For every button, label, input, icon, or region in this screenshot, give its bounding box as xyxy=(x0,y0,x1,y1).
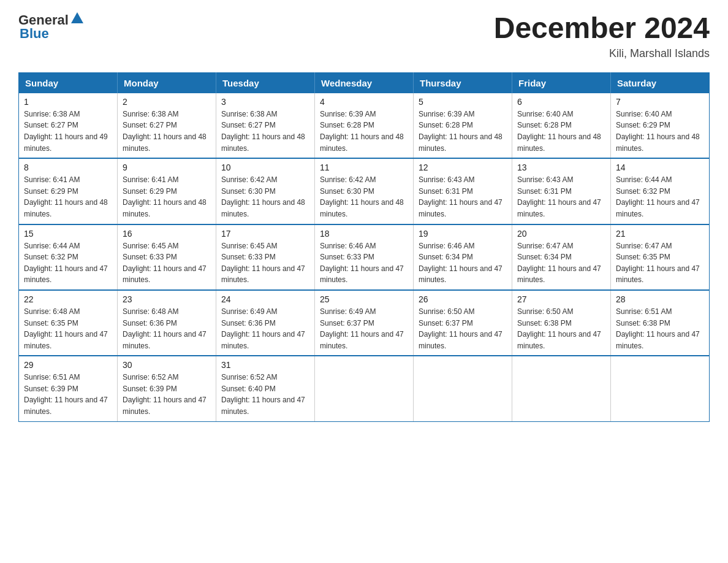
day-info: Sunrise: 6:51 AMSunset: 6:39 PMDaylight:… xyxy=(24,373,108,416)
header-friday: Friday xyxy=(512,72,611,93)
header-monday: Monday xyxy=(118,72,216,93)
calendar-table: SundayMondayTuesdayWednesdayThursdayFrid… xyxy=(18,72,710,422)
header-tuesday: Tuesday xyxy=(216,72,315,93)
day-info: Sunrise: 6:44 AMSunset: 6:32 PMDaylight:… xyxy=(24,242,108,285)
table-row: 29 Sunrise: 6:51 AMSunset: 6:39 PMDaylig… xyxy=(19,356,118,421)
day-number: 13 xyxy=(517,163,605,172)
table-row xyxy=(611,356,710,421)
day-number: 6 xyxy=(517,97,605,107)
day-number: 26 xyxy=(419,294,507,304)
day-info: Sunrise: 6:38 AMSunset: 6:27 PMDaylight:… xyxy=(221,110,305,153)
day-info: Sunrise: 6:51 AMSunset: 6:38 PMDaylight:… xyxy=(616,307,700,350)
day-info: Sunrise: 6:41 AMSunset: 6:29 PMDaylight:… xyxy=(123,175,207,218)
day-info: Sunrise: 6:52 AMSunset: 6:39 PMDaylight:… xyxy=(123,373,207,416)
day-info: Sunrise: 6:46 AMSunset: 6:34 PMDaylight:… xyxy=(419,242,502,285)
day-info: Sunrise: 6:49 AMSunset: 6:37 PMDaylight:… xyxy=(320,307,404,350)
day-info: Sunrise: 6:41 AMSunset: 6:29 PMDaylight:… xyxy=(24,175,108,218)
day-number: 7 xyxy=(616,97,704,107)
day-number: 21 xyxy=(616,229,704,239)
day-number: 3 xyxy=(221,97,309,107)
table-row: 25 Sunrise: 6:49 AMSunset: 6:37 PMDaylig… xyxy=(315,290,414,356)
day-number: 12 xyxy=(419,163,507,172)
week-row-2: 8 Sunrise: 6:41 AMSunset: 6:29 PMDayligh… xyxy=(19,158,710,224)
table-row: 27 Sunrise: 6:50 AMSunset: 6:38 PMDaylig… xyxy=(512,290,611,356)
day-number: 4 xyxy=(320,97,408,107)
table-row: 13 Sunrise: 6:43 AMSunset: 6:31 PMDaylig… xyxy=(512,158,611,224)
table-row: 28 Sunrise: 6:51 AMSunset: 6:38 PMDaylig… xyxy=(611,290,710,356)
logo-blue-text: Blue xyxy=(20,26,49,42)
week-row-1: 1 Sunrise: 6:38 AMSunset: 6:27 PMDayligh… xyxy=(19,93,710,158)
day-info: Sunrise: 6:47 AMSunset: 6:34 PMDaylight:… xyxy=(517,242,601,285)
day-info: Sunrise: 6:38 AMSunset: 6:27 PMDaylight:… xyxy=(123,110,207,153)
day-number: 29 xyxy=(24,360,112,370)
table-row xyxy=(414,356,512,421)
day-info: Sunrise: 6:42 AMSunset: 6:30 PMDaylight:… xyxy=(221,175,305,218)
day-info: Sunrise: 6:47 AMSunset: 6:35 PMDaylight:… xyxy=(616,242,700,285)
day-number: 16 xyxy=(123,229,211,239)
header-thursday: Thursday xyxy=(414,72,512,93)
location-text: Kili, Marshall Islands xyxy=(494,47,710,60)
logo-triangle-icon xyxy=(70,11,84,25)
day-number: 2 xyxy=(123,97,211,107)
day-number: 23 xyxy=(123,294,211,304)
page-header: General Blue December 2024 Kili, Marshal… xyxy=(18,12,710,60)
day-info: Sunrise: 6:38 AMSunset: 6:27 PMDaylight:… xyxy=(24,110,108,153)
table-row: 7 Sunrise: 6:40 AMSunset: 6:29 PMDayligh… xyxy=(611,93,710,158)
table-row: 19 Sunrise: 6:46 AMSunset: 6:34 PMDaylig… xyxy=(414,224,512,290)
table-row: 8 Sunrise: 6:41 AMSunset: 6:29 PMDayligh… xyxy=(19,158,118,224)
table-row: 9 Sunrise: 6:41 AMSunset: 6:29 PMDayligh… xyxy=(118,158,216,224)
day-info: Sunrise: 6:43 AMSunset: 6:31 PMDaylight:… xyxy=(517,175,601,218)
week-row-5: 29 Sunrise: 6:51 AMSunset: 6:39 PMDaylig… xyxy=(19,356,710,421)
day-info: Sunrise: 6:45 AMSunset: 6:33 PMDaylight:… xyxy=(123,242,207,285)
day-number: 8 xyxy=(24,163,112,172)
day-info: Sunrise: 6:40 AMSunset: 6:29 PMDaylight:… xyxy=(616,110,700,153)
day-info: Sunrise: 6:50 AMSunset: 6:38 PMDaylight:… xyxy=(517,307,601,350)
table-row: 18 Sunrise: 6:46 AMSunset: 6:33 PMDaylig… xyxy=(315,224,414,290)
header-sunday: Sunday xyxy=(19,72,118,93)
day-info: Sunrise: 6:52 AMSunset: 6:40 PMDaylight:… xyxy=(221,373,305,416)
day-info: Sunrise: 6:43 AMSunset: 6:31 PMDaylight:… xyxy=(419,175,502,218)
table-row: 1 Sunrise: 6:38 AMSunset: 6:27 PMDayligh… xyxy=(19,93,118,158)
table-row: 24 Sunrise: 6:49 AMSunset: 6:36 PMDaylig… xyxy=(216,290,315,356)
day-number: 5 xyxy=(419,97,507,107)
table-row: 14 Sunrise: 6:44 AMSunset: 6:32 PMDaylig… xyxy=(611,158,710,224)
month-title: December 2024 xyxy=(494,12,710,45)
table-row xyxy=(512,356,611,421)
day-number: 19 xyxy=(419,229,507,239)
day-info: Sunrise: 6:48 AMSunset: 6:36 PMDaylight:… xyxy=(123,307,207,350)
day-number: 20 xyxy=(517,229,605,239)
day-info: Sunrise: 6:39 AMSunset: 6:28 PMDaylight:… xyxy=(419,110,502,153)
table-row: 17 Sunrise: 6:45 AMSunset: 6:33 PMDaylig… xyxy=(216,224,315,290)
table-row: 6 Sunrise: 6:40 AMSunset: 6:28 PMDayligh… xyxy=(512,93,611,158)
header-wednesday: Wednesday xyxy=(315,72,414,93)
day-number: 31 xyxy=(221,360,309,370)
table-row: 5 Sunrise: 6:39 AMSunset: 6:28 PMDayligh… xyxy=(414,93,512,158)
table-row: 3 Sunrise: 6:38 AMSunset: 6:27 PMDayligh… xyxy=(216,93,315,158)
day-number: 28 xyxy=(616,294,704,304)
day-number: 1 xyxy=(24,97,112,107)
day-number: 17 xyxy=(221,229,309,239)
table-row: 30 Sunrise: 6:52 AMSunset: 6:39 PMDaylig… xyxy=(118,356,216,421)
table-row: 21 Sunrise: 6:47 AMSunset: 6:35 PMDaylig… xyxy=(611,224,710,290)
day-info: Sunrise: 6:42 AMSunset: 6:30 PMDaylight:… xyxy=(320,175,404,218)
table-row: 2 Sunrise: 6:38 AMSunset: 6:27 PMDayligh… xyxy=(118,93,216,158)
day-number: 15 xyxy=(24,229,112,239)
table-row: 15 Sunrise: 6:44 AMSunset: 6:32 PMDaylig… xyxy=(19,224,118,290)
title-block: December 2024 Kili, Marshall Islands xyxy=(494,12,710,60)
svg-marker-0 xyxy=(71,12,83,23)
table-row: 4 Sunrise: 6:39 AMSunset: 6:28 PMDayligh… xyxy=(315,93,414,158)
day-info: Sunrise: 6:49 AMSunset: 6:36 PMDaylight:… xyxy=(221,307,305,350)
table-row: 20 Sunrise: 6:47 AMSunset: 6:34 PMDaylig… xyxy=(512,224,611,290)
day-number: 24 xyxy=(221,294,309,304)
header-saturday: Saturday xyxy=(611,72,710,93)
day-info: Sunrise: 6:50 AMSunset: 6:37 PMDaylight:… xyxy=(419,307,502,350)
day-number: 11 xyxy=(320,163,408,172)
day-info: Sunrise: 6:39 AMSunset: 6:28 PMDaylight:… xyxy=(320,110,404,153)
table-row: 31 Sunrise: 6:52 AMSunset: 6:40 PMDaylig… xyxy=(216,356,315,421)
day-number: 22 xyxy=(24,294,112,304)
table-row: 22 Sunrise: 6:48 AMSunset: 6:35 PMDaylig… xyxy=(19,290,118,356)
table-row: 26 Sunrise: 6:50 AMSunset: 6:37 PMDaylig… xyxy=(414,290,512,356)
day-number: 10 xyxy=(221,163,309,172)
table-row: 10 Sunrise: 6:42 AMSunset: 6:30 PMDaylig… xyxy=(216,158,315,224)
header-row: SundayMondayTuesdayWednesdayThursdayFrid… xyxy=(19,72,710,93)
